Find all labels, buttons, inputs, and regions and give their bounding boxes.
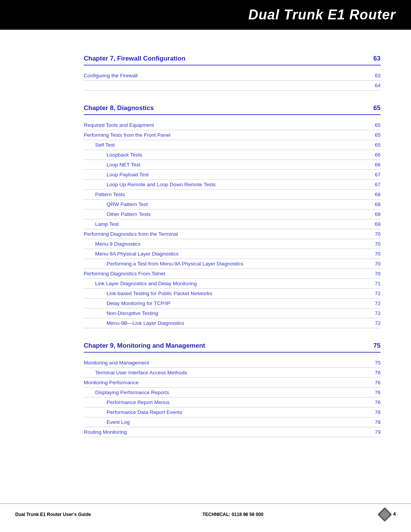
toc-entry-ch8-13: Menu-9A Physical Layer Diagnostics 70 — [84, 249, 381, 259]
toc-label: Link-based Testing for Public Packet Net… — [84, 291, 212, 296]
toc-entry-ch9-5: Performance Data Report Events 78 — [84, 407, 381, 417]
toc-page: 69 — [369, 221, 381, 227]
toc-label: Self Test — [84, 142, 115, 148]
toc-page: 70 — [369, 231, 381, 237]
toc-entry-ch8-15: Performing Diagnostics From Telnet 70 — [84, 269, 381, 279]
toc-entry-ch8-5: Loop Payload Test 67 — [84, 170, 381, 180]
toc-label: Terminal User Interface Access Methods — [84, 370, 187, 375]
chapter-page-ch9: 75 — [373, 342, 381, 350]
toc-label: Routing Monitoring — [84, 429, 127, 435]
chapter-page-ch8: 65 — [373, 104, 381, 112]
chapter-title-ch8: Chapter 8, Diagnostics — [84, 104, 154, 112]
toc-label: Loop Payload Test — [84, 172, 149, 177]
toc-label: QRW Pattern Test — [84, 201, 148, 207]
toc-entry-ch8-7: Pattern Tests 68 — [84, 190, 381, 200]
toc-entry-ch9-4: Performance Report Menus 76 — [84, 398, 381, 407]
toc-content: Chapter 7, Firewall Configuration 63 Con… — [0, 30, 411, 468]
toc-label: Monitoring Performance — [84, 380, 139, 385]
toc-page: 78 — [369, 409, 381, 415]
toc-page: 68 — [369, 201, 381, 207]
toc-entry-ch8-8: QRW Pattern Test 68 — [84, 200, 381, 209]
toc-label: Loop Up Remote and Loop Down Remote Test… — [84, 182, 215, 187]
toc-page: 78 — [369, 419, 381, 425]
toc-page: 70 — [369, 261, 381, 267]
toc-page: 70 — [369, 251, 381, 257]
toc-entry-ch9-0: Monitoring and Management 75 — [84, 358, 381, 368]
toc-page: 65 — [369, 142, 381, 148]
toc-entry-ch8-16: Link Layer Diagnostics and Delay Monitor… — [84, 279, 381, 289]
toc-label: Menu-9B—Link Layer Diagnostics — [84, 320, 184, 326]
toc-page: 66 — [369, 152, 381, 158]
svg-rect-1 — [379, 509, 390, 520]
toc-page: 79 — [369, 429, 381, 435]
toc-page: 68 — [369, 211, 381, 217]
toc-entry-ch8-10: Lamp Test 69 — [84, 219, 381, 229]
toc-entry-ch7-1: 64 — [84, 81, 381, 91]
toc-entry-ch9-7: Routing Monitoring 79 — [84, 427, 381, 437]
toc-label: Menu-9A Physical Layer Diagnostics — [84, 251, 178, 257]
toc-page: 67 — [369, 172, 381, 177]
toc-entry-ch8-4: Loop NET Test 66 — [84, 160, 381, 170]
toc-entry-ch9-6: Event Log 78 — [84, 417, 381, 427]
toc-entry-ch8-11: Performing Diagnostics from the Terminal… — [84, 229, 381, 239]
toc-entry-ch8-2: Self Test 65 — [84, 140, 381, 150]
toc-entry-ch9-2: Monitoring Performance 76 — [84, 378, 381, 388]
toc-page: 76 — [369, 380, 381, 385]
toc-label: Configuring the Firewall — [84, 73, 138, 78]
toc-page: 67 — [369, 182, 381, 187]
toc-label: Performance Report Menus — [84, 399, 170, 405]
toc-entry-ch8-20: Menu-9B—Link Layer Diagnostics 72 — [84, 318, 381, 328]
toc-page: 70 — [369, 271, 381, 276]
toc-entry-ch8-1: Performing Tests from the Front Panel 65 — [84, 130, 381, 140]
toc-entry-ch8-6: Loop Up Remote and Loop Down Remote Test… — [84, 180, 381, 190]
toc-entry-ch8-19: Non-Disruptive Testing 72 — [84, 308, 381, 318]
toc-page: 76 — [369, 399, 381, 405]
toc-entry-ch8-3: Loopback Tests 66 — [84, 150, 381, 160]
toc-page: 72 — [369, 320, 381, 326]
chapter-heading-ch7: Chapter 7, Firewall Configuration 63 — [84, 55, 381, 66]
footer-technical: TECHNICAL: 0118 96 56 000 — [91, 512, 375, 517]
toc-label: Required Tools and Equipment — [84, 122, 154, 128]
diamond-logo-icon — [378, 508, 392, 521]
toc-entry-ch9-3: Displaying Performance Reports 76 — [84, 388, 381, 398]
toc-label: Menu-9 Diagnostics — [84, 241, 140, 247]
toc-page: 76 — [369, 390, 381, 395]
toc-page: 66 — [369, 162, 381, 168]
toc-page: 72 — [369, 300, 381, 306]
toc-page: 72 — [369, 291, 381, 296]
chapter-page-ch7: 63 — [373, 55, 381, 62]
toc-label: Other Pattern Tests — [84, 211, 151, 217]
toc-page: 71 — [369, 281, 381, 286]
chapter-heading-ch9: Chapter 9, Monitoring and Management 75 — [84, 342, 381, 353]
toc-page: 65 — [369, 122, 381, 128]
toc-page: 70 — [369, 241, 381, 247]
toc-entry-ch7-0: Configuring the Firewall 63 — [84, 71, 381, 81]
page-footer: Dual Trunk E1 Router User's Guide TECHNI… — [0, 503, 411, 521]
toc-page: 75 — [369, 360, 381, 366]
toc-label: Performing Diagnostics from the Terminal — [84, 231, 178, 237]
chapter-title-ch9: Chapter 9, Monitoring and Management — [84, 342, 205, 350]
toc-entry-ch8-0: Required Tools and Equipment 65 — [84, 120, 381, 130]
toc-page: 72 — [369, 310, 381, 316]
toc-entry-ch8-14: Performing a Test from Menu-9A Physical … — [84, 259, 381, 269]
chapter-title-ch7: Chapter 7, Firewall Configuration — [84, 55, 185, 62]
toc-entry-ch8-12: Menu-9 Diagnostics 70 — [84, 239, 381, 249]
toc-label: Delay Monitoring for TCP/IP — [84, 300, 170, 306]
toc-page: 64 — [369, 83, 381, 88]
toc-label: Displaying Performance Reports — [84, 390, 169, 395]
toc-label: Loop NET Test — [84, 162, 140, 168]
toc-label: Performing Diagnostics From Telnet — [84, 271, 165, 276]
toc-entry-ch8-9: Other Pattern Tests 68 — [84, 209, 381, 219]
toc-label: Loopback Tests — [84, 152, 142, 158]
toc-label: Performing a Test from Menu-9A Physical … — [84, 261, 243, 267]
toc-page: 76 — [369, 370, 381, 375]
document-title: Dual Trunk E1 Router — [249, 7, 396, 22]
toc-page: 68 — [369, 192, 381, 197]
toc-label: Pattern Tests — [84, 192, 125, 197]
footer-document-title: Dual Trunk E1 Router User's Guide — [15, 512, 91, 517]
toc-page: 63 — [369, 73, 381, 78]
toc-label: Event Log — [84, 419, 130, 425]
toc-entry-ch8-17: Link-based Testing for Public Packet Net… — [84, 289, 381, 299]
toc-label: Link Layer Diagnostics and Delay Monitor… — [84, 281, 197, 286]
toc-entry-ch8-18: Delay Monitoring for TCP/IP 72 — [84, 299, 381, 308]
